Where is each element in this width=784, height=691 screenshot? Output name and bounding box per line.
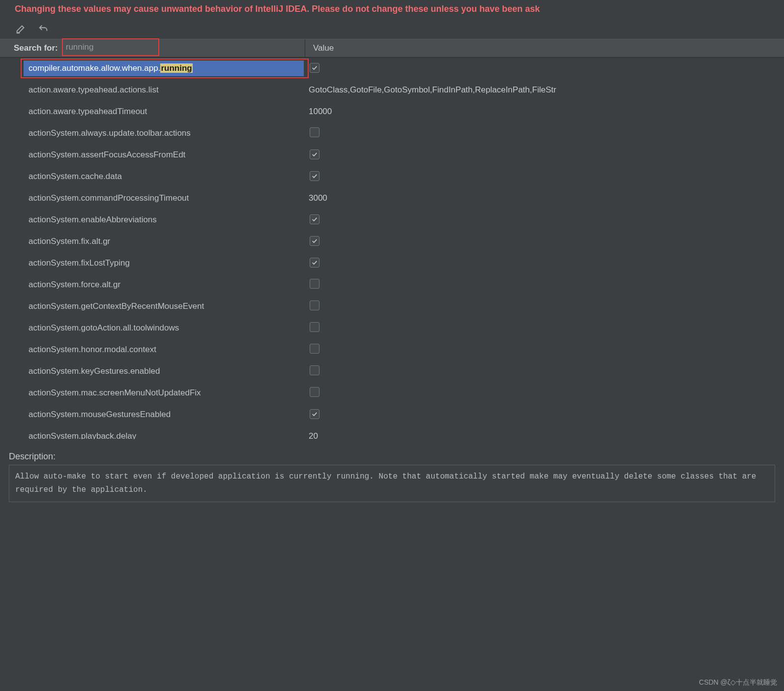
registry-value[interactable] (305, 387, 784, 399)
registry-key: actionSystem.assertFocusAccessFromEdt (0, 150, 305, 160)
table-header: Search for: Value (0, 39, 784, 58)
search-input-border (62, 38, 159, 56)
registry-value[interactable] (305, 300, 784, 313)
value-header-label: Value (313, 43, 334, 53)
watermark: CSDN @ζ◇十点半就睡觉 (699, 678, 777, 687)
registry-key: actionSystem.mac.screenMenuNotUpdatedFix (0, 388, 305, 398)
edit-icon[interactable] (14, 22, 28, 36)
registry-key: actionSystem.honor.modal.context (0, 345, 305, 355)
table-row[interactable]: actionSystem.always.update.toolbar.actio… (0, 122, 784, 144)
checkbox[interactable] (310, 127, 319, 137)
registry-value[interactable] (305, 365, 784, 378)
table-row[interactable]: actionSystem.playback.delay20 (0, 425, 784, 439)
table-row[interactable]: compiler.automake.allow.when.app.running (0, 58, 784, 79)
registry-value[interactable] (305, 279, 784, 291)
table-row[interactable]: actionSystem.honor.modal.context (0, 339, 784, 361)
registry-key: actionSystem.enableAbbreviations (0, 215, 305, 225)
registry-value[interactable]: 20 (305, 431, 784, 439)
checkbox[interactable] (310, 344, 319, 354)
registry-key: actionSystem.gotoAction.all.toolwindows (0, 323, 305, 333)
registry-key: actionSystem.fixLostTyping (0, 258, 305, 268)
registry-key: compiler.automake.allow.when.app.running (0, 63, 305, 73)
checkbox[interactable] (310, 409, 319, 419)
registry-value[interactable] (305, 127, 784, 140)
checkbox[interactable] (310, 171, 319, 181)
checkbox[interactable] (310, 258, 319, 268)
table-row[interactable]: actionSystem.mac.screenMenuNotUpdatedFix (0, 382, 784, 404)
registry-value[interactable] (305, 258, 784, 269)
registry-table: compiler.automake.allow.when.app.running… (0, 58, 784, 439)
warning-banner: Changing these values may cause unwanted… (0, 0, 784, 19)
table-row[interactable]: actionSystem.enableAbbreviations (0, 209, 784, 231)
registry-value[interactable] (305, 63, 784, 74)
value-column-header: Value (305, 39, 784, 57)
table-row[interactable]: actionSystem.fix.alt.gr (0, 231, 784, 252)
registry-key: actionSystem.playback.delay (0, 431, 305, 439)
registry-value[interactable] (305, 409, 784, 420)
registry-key: actionSystem.cache.data (0, 172, 305, 181)
registry-key: actionSystem.getContextByRecentMouseEven… (0, 301, 305, 311)
registry-key: action.aware.typeaheadTimeout (0, 107, 305, 117)
registry-value[interactable] (305, 150, 784, 160)
checkbox[interactable] (310, 236, 319, 246)
registry-key: action.aware.typeahead.actions.list (0, 85, 305, 95)
checkbox[interactable] (310, 387, 319, 397)
description-label: Description: (9, 451, 775, 462)
checkbox[interactable] (310, 214, 319, 224)
table-row[interactable]: action.aware.typeahead.actions.listGotoC… (0, 79, 784, 101)
registry-value[interactable] (305, 171, 784, 182)
checkbox[interactable] (310, 63, 319, 73)
registry-value[interactable] (305, 344, 784, 356)
search-input[interactable] (66, 42, 158, 52)
table-row[interactable]: actionSystem.gotoAction.all.toolwindows (0, 317, 784, 339)
checkbox[interactable] (310, 279, 319, 289)
registry-value[interactable]: 10000 (305, 107, 784, 117)
registry-key: actionSystem.commandProcessingTimeout (0, 193, 305, 203)
table-row[interactable]: actionSystem.assertFocusAccessFromEdt (0, 144, 784, 166)
checkbox[interactable] (310, 322, 319, 332)
checkbox[interactable] (310, 300, 319, 310)
table-row[interactable]: actionSystem.force.alt.gr (0, 274, 784, 296)
checkbox[interactable] (310, 365, 319, 375)
registry-value[interactable]: GotoClass,GotoFile,GotoSymbol,FindInPath… (305, 85, 784, 95)
registry-key: actionSystem.always.update.toolbar.actio… (0, 128, 305, 138)
registry-value[interactable]: 3000 (305, 193, 784, 203)
table-row[interactable]: actionSystem.commandProcessingTimeout300… (0, 187, 784, 209)
table-row[interactable]: actionSystem.fixLostTyping (0, 252, 784, 274)
registry-value[interactable] (305, 236, 784, 247)
toolbar (0, 19, 784, 39)
registry-key: actionSystem.fix.alt.gr (0, 237, 305, 246)
table-row[interactable]: actionSystem.getContextByRecentMouseEven… (0, 296, 784, 317)
checkbox[interactable] (310, 150, 319, 159)
registry-key: actionSystem.keyGestures.enabled (0, 366, 305, 376)
search-label: Search for: (14, 43, 58, 53)
registry-value[interactable] (305, 214, 784, 225)
registry-value[interactable] (305, 322, 784, 334)
description-text: Allow auto-make to start even if develop… (9, 465, 775, 502)
registry-key: actionSystem.force.alt.gr (0, 280, 305, 290)
table-row[interactable]: actionSystem.cache.data (0, 166, 784, 187)
undo-icon[interactable] (36, 22, 50, 36)
search-cell: Search for: (0, 39, 305, 57)
warning-text: Changing these values may cause unwanted… (15, 3, 540, 14)
table-row[interactable]: action.aware.typeaheadTimeout10000 (0, 101, 784, 122)
table-row[interactable]: actionSystem.mouseGesturesEnabled (0, 404, 784, 425)
table-row[interactable]: actionSystem.keyGestures.enabled (0, 361, 784, 382)
registry-key: actionSystem.mouseGesturesEnabled (0, 410, 305, 420)
description-panel: Description: Allow auto-make to start ev… (0, 450, 784, 506)
